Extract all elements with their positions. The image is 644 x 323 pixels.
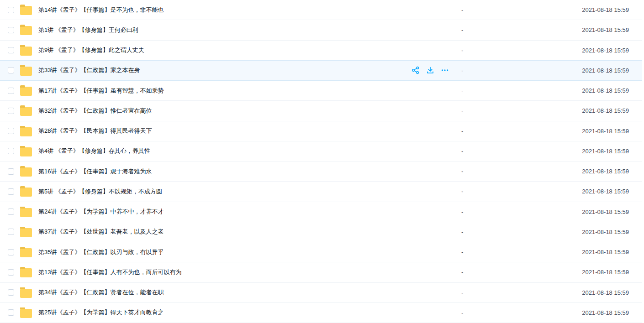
row-checkbox[interactable] — [8, 67, 14, 73]
file-row[interactable]: 第14讲《孟子》【任事篇】是不为也，非不能也 — [0, 0, 642, 20]
file-modified-date: 2021-08-18 15:59 — [489, 6, 642, 13]
file-row[interactable]: 第1讲 《孟子》【修身篇】王何必曰利 — [0, 20, 642, 40]
file-list: 第14讲《孟子》【任事篇】是不为也，非不能也 — [0, 0, 644, 323]
file-modified-date: 2021-08-18 15:59 — [489, 67, 642, 74]
file-name-link[interactable]: 第35讲《孟子》【仁政篇】以刃与政，有以异乎 — [38, 248, 164, 256]
file-name-link[interactable]: 第28讲《孟子》【民本篇】得其民者得天下 — [38, 127, 152, 135]
row-checkbox[interactable] — [8, 27, 14, 33]
file-row[interactable]: 第25讲《孟子》【为学篇】得天下英才而教育之 — [0, 303, 642, 323]
file-row[interactable]: 第9讲 《孟子》【修身篇】此之谓大丈夫 — [0, 41, 642, 61]
file-row-left: 第13讲《孟子》【任事篇】人有不为也，而后可以有为 — [0, 267, 400, 277]
share-icon[interactable] — [412, 66, 420, 74]
row-checkbox[interactable] — [8, 249, 14, 255]
file-row-left: 第28讲《孟子》【民本篇】得其民者得天下 — [0, 126, 400, 136]
file-name-link[interactable]: 第1讲 《孟子》【修身篇】王何必曰利 — [38, 26, 138, 34]
file-name-link[interactable]: 第33讲《孟子》【仁政篇】家之本在身 — [38, 66, 140, 74]
folder-icon[interactable] — [20, 289, 32, 298]
file-row[interactable]: 第4讲 《孟子》【修身篇】存其心，养其性 — [0, 141, 642, 162]
file-name-link[interactable]: 第16讲《孟子》【任事篇】观于海者难为水 — [38, 167, 152, 176]
file-row-left: 第32讲《孟子》【仁政篇】惟仁者宜在高位 — [0, 105, 400, 116]
file-name-link[interactable]: 第37讲《孟子》【处世篇】老吾老，以及人之老 — [38, 228, 164, 236]
file-modified-date: 2021-08-18 15:59 — [489, 148, 642, 155]
row-checkbox[interactable] — [8, 47, 14, 53]
folder-icon[interactable] — [20, 147, 32, 156]
file-size: - — [461, 128, 489, 135]
row-checkbox[interactable] — [8, 168, 14, 175]
row-checkbox[interactable] — [8, 309, 14, 316]
folder-icon[interactable] — [20, 167, 32, 177]
file-size: - — [461, 107, 489, 114]
file-row[interactable]: 第16讲《孟子》【任事篇】观于海者难为水 — [0, 162, 642, 182]
file-row[interactable]: 第13讲《孟子》【任事篇】人有不为也，而后可以有为 — [0, 262, 642, 282]
row-checkbox[interactable] — [8, 289, 14, 296]
more-actions-icon[interactable] — [441, 66, 449, 74]
row-checkbox[interactable] — [8, 7, 14, 13]
file-row[interactable]: 第24讲《孟子》【为学篇】中养不中，才养不才 — [0, 202, 642, 222]
file-row-left: 第34讲《孟子》【仁政篇】贤者在位，能者在职 — [0, 287, 400, 298]
folder-icon[interactable] — [20, 248, 32, 257]
row-hover-actions — [400, 66, 449, 74]
folder-icon[interactable] — [20, 268, 32, 277]
file-name-link[interactable]: 第4讲 《孟子》【修身篇】存其心，养其性 — [38, 147, 150, 155]
row-checkbox[interactable] — [8, 208, 14, 215]
file-name-link[interactable]: 第5讲 《孟子》【修身篇】不以规矩，不成方圆 — [38, 188, 162, 196]
folder-icon[interactable] — [20, 6, 32, 15]
download-icon[interactable] — [426, 66, 434, 74]
folder-icon[interactable] — [20, 26, 32, 35]
file-modified-date: 2021-08-18 15:59 — [489, 168, 642, 175]
file-row[interactable]: 第33讲《孟子》【仁政篇】家之本在身 — [0, 61, 642, 81]
file-name-link[interactable]: 第17讲《孟子》【任事篇】虽有智慧，不如乘势 — [38, 87, 164, 95]
file-modified-date: 2021-08-18 15:59 — [489, 289, 642, 296]
file-row[interactable]: 第17讲《孟子》【任事篇】虽有智慧，不如乘势 — [0, 81, 642, 101]
file-row-left: 第17讲《孟子》【任事篇】虽有智慧，不如乘势 — [0, 85, 400, 96]
row-checkbox[interactable] — [8, 148, 14, 154]
folder-icon[interactable] — [20, 127, 32, 136]
row-checkbox[interactable] — [8, 229, 14, 235]
row-checkbox[interactable] — [8, 269, 14, 276]
file-name-link[interactable]: 第9讲 《孟子》【修身篇】此之谓大丈夫 — [38, 46, 144, 54]
file-row-left: 第37讲《孟子》【处世篇】老吾老，以及人之老 — [0, 227, 400, 237]
folder-icon[interactable] — [20, 47, 32, 56]
file-row[interactable]: 第28讲《孟子》【民本篇】得其民者得天下 — [0, 121, 642, 141]
file-size: - — [461, 249, 489, 255]
file-row[interactable]: 第5讲 《孟子》【修身篇】不以规矩，不成方圆 — [0, 182, 642, 202]
folder-icon[interactable] — [20, 228, 32, 237]
file-name-link[interactable]: 第32讲《孟子》【仁政篇】惟仁者宜在高位 — [38, 107, 152, 115]
file-modified-date: 2021-08-18 15:59 — [489, 208, 642, 215]
folder-icon[interactable] — [20, 309, 32, 318]
file-name-link[interactable]: 第13讲《孟子》【任事篇】人有不为也，而后可以有为 — [38, 268, 181, 276]
row-checkbox[interactable] — [8, 128, 14, 134]
file-modified-date: 2021-08-18 15:59 — [489, 47, 642, 54]
file-row-left: 第35讲《孟子》【仁政篇】以刃与政，有以异乎 — [0, 247, 400, 257]
file-modified-date: 2021-08-18 15:59 — [489, 26, 642, 33]
file-row-left: 第25讲《孟子》【为学篇】得天下英才而教育之 — [0, 307, 400, 318]
folder-icon[interactable] — [20, 87, 32, 96]
folder-icon[interactable] — [20, 188, 32, 197]
file-row[interactable]: 第34讲《孟子》【仁政篇】贤者在位，能者在职 — [0, 283, 642, 303]
row-checkbox[interactable] — [8, 88, 14, 94]
row-checkbox[interactable] — [8, 108, 14, 114]
file-name-link[interactable]: 第24讲《孟子》【为学篇】中养不中，才养不才 — [38, 208, 164, 216]
file-size: - — [461, 47, 489, 54]
file-row[interactable]: 第35讲《孟子》【仁政篇】以刃与政，有以异乎 — [0, 242, 642, 262]
file-name-link[interactable]: 第34讲《孟子》【仁政篇】贤者在位，能者在职 — [38, 288, 164, 297]
file-row[interactable]: 第32讲《孟子》【仁政篇】惟仁者宜在高位 — [0, 101, 642, 121]
file-row-left: 第14讲《孟子》【任事篇】是不为也，非不能也 — [0, 5, 400, 15]
file-modified-date: 2021-08-18 15:59 — [489, 269, 642, 276]
file-size: - — [461, 87, 489, 94]
folder-icon[interactable] — [20, 107, 32, 116]
file-size: - — [461, 188, 489, 195]
file-size: - — [461, 168, 489, 175]
file-size: - — [461, 208, 489, 215]
folder-icon[interactable] — [20, 67, 32, 76]
file-row[interactable]: 第37讲《孟子》【处世篇】老吾老，以及人之老 — [0, 222, 642, 242]
file-manager-screen: 第14讲《孟子》【任事篇】是不为也，非不能也 — [0, 0, 644, 323]
folder-icon[interactable] — [20, 208, 32, 217]
file-size: - — [461, 269, 489, 276]
file-name-link[interactable]: 第14讲《孟子》【任事篇】是不为也，非不能也 — [38, 6, 164, 14]
file-name-link[interactable]: 第25讲《孟子》【为学篇】得天下英才而教育之 — [38, 308, 164, 317]
row-checkbox[interactable] — [8, 188, 14, 195]
file-modified-date: 2021-08-18 15:59 — [489, 309, 642, 316]
file-size: - — [461, 289, 489, 296]
file-row-left: 第33讲《孟子》【仁政篇】家之本在身 — [0, 65, 400, 76]
